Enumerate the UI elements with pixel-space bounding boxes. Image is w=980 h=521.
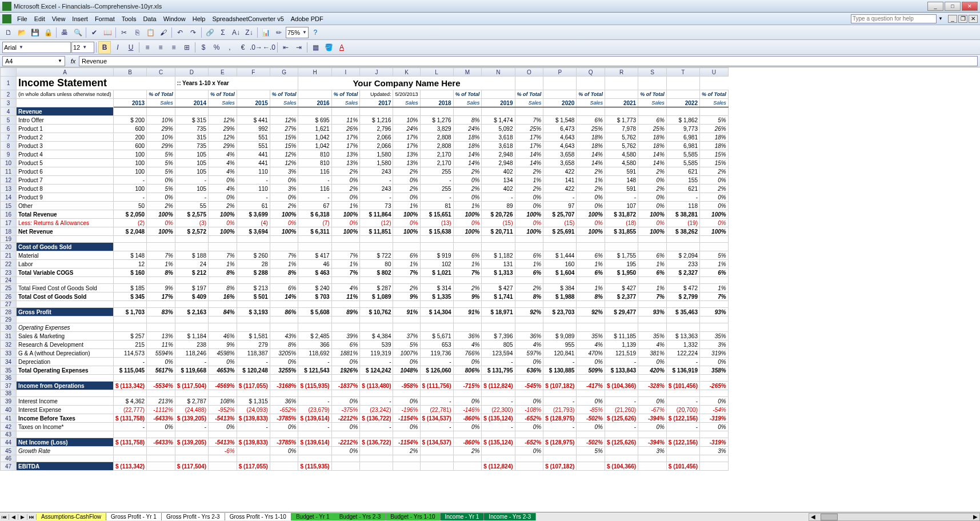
- bold-button[interactable]: B: [98, 41, 111, 54]
- increase-indent-button[interactable]: ⇥: [293, 41, 305, 54]
- workbook-restore-button[interactable]: ❐: [958, 15, 967, 23]
- title-bar: Microsoft Excel - Financials--Comprehens…: [0, 0, 980, 13]
- menu-window[interactable]: Window: [160, 14, 189, 23]
- spelling-button[interactable]: ✔: [88, 26, 101, 39]
- standard-toolbar: 🗋 📂 💾 🔒 🖶 🔍 ✔ 📖 ✂ ⎘ 📋 🖌 ↶ ↷ 🔗 Σ A↓ Z↓ 📊 …: [0, 25, 980, 40]
- menu-edit[interactable]: Edit: [31, 14, 49, 23]
- format-painter-button[interactable]: 🖌: [157, 26, 170, 39]
- autosum-button[interactable]: Σ: [217, 26, 229, 39]
- close-button[interactable]: ✕: [962, 2, 978, 11]
- excel-doc-icon[interactable]: [2, 14, 11, 23]
- euro-button[interactable]: €: [237, 41, 249, 54]
- name-box[interactable]: A4▼: [2, 56, 65, 66]
- borders-button[interactable]: ▦: [309, 41, 322, 54]
- merge-center-button[interactable]: ⊞: [181, 41, 193, 54]
- formula-bar: A4▼ fx Revenue: [0, 55, 980, 67]
- cut-button[interactable]: ✂: [118, 26, 130, 39]
- sort-desc-button[interactable]: Z↓: [243, 26, 255, 39]
- italic-button[interactable]: I: [111, 41, 124, 54]
- percent-button[interactable]: %: [210, 41, 223, 54]
- align-left-button[interactable]: ≡: [141, 41, 154, 54]
- hyperlink-button[interactable]: 🔗: [203, 26, 216, 39]
- workbook-minimize-button[interactable]: _: [948, 15, 957, 23]
- workbook-close-button[interactable]: ✕: [969, 15, 978, 23]
- menu-adobe-pdf[interactable]: Adobe PDF: [287, 14, 327, 23]
- research-button[interactable]: 📖: [101, 26, 114, 39]
- minimize-button[interactable]: _: [927, 2, 943, 11]
- formatting-toolbar: Arial▼ 12▼ B I U ≡ ≡ ≡ ⊞ $ % , € .0→ ←.0…: [0, 40, 980, 55]
- font-name-combo[interactable]: Arial▼: [2, 42, 71, 53]
- decrease-decimal-button[interactable]: ←.0: [263, 41, 275, 54]
- window-buttons: _ □ ✕: [927, 2, 978, 11]
- menu-data[interactable]: Data: [139, 14, 159, 23]
- help-search-dropdown-icon[interactable]: ▼: [937, 16, 945, 21]
- underline-button[interactable]: U: [125, 41, 137, 54]
- sort-asc-button[interactable]: A↓: [230, 26, 242, 39]
- help-button[interactable]: ?: [309, 26, 322, 39]
- align-center-button[interactable]: ≡: [154, 41, 167, 54]
- comma-button[interactable]: ,: [223, 41, 236, 54]
- menu-spreadsheetconverter-v5[interactable]: SpreadsheetConverter v5: [209, 14, 287, 23]
- menu-file[interactable]: File: [14, 14, 31, 23]
- fx-button[interactable]: fx: [67, 58, 79, 65]
- copy-button[interactable]: ⎘: [131, 26, 143, 39]
- drawing-button[interactable]: ✏: [273, 26, 285, 39]
- menu-insert[interactable]: Insert: [69, 14, 91, 23]
- decrease-indent-button[interactable]: ⇤: [279, 41, 292, 54]
- permission-button[interactable]: 🔒: [42, 26, 54, 39]
- increase-decimal-button[interactable]: .0→: [250, 41, 262, 54]
- paste-button[interactable]: 📋: [144, 26, 157, 39]
- zoom-combo[interactable]: 75%▼: [286, 27, 309, 38]
- menu-help[interactable]: Help: [189, 14, 209, 23]
- help-search-input[interactable]: [851, 14, 937, 23]
- save-button[interactable]: 💾: [29, 26, 41, 39]
- font-color-button[interactable]: A: [335, 41, 348, 54]
- formula-input[interactable]: Revenue: [79, 56, 978, 66]
- print-preview-button[interactable]: 🔍: [71, 26, 84, 39]
- window-title: Microsoft Excel - Financials--Comprehens…: [14, 3, 927, 10]
- menu-tools[interactable]: Tools: [118, 14, 140, 23]
- menu-format[interactable]: Format: [91, 14, 118, 23]
- print-button[interactable]: 🖶: [58, 26, 71, 39]
- chart-button[interactable]: 📊: [259, 26, 272, 39]
- menu-bar: FileEditViewInsertFormatToolsDataWindowH…: [0, 13, 980, 25]
- currency-button[interactable]: $: [197, 41, 210, 54]
- maximize-button[interactable]: □: [945, 2, 961, 11]
- new-button[interactable]: 🗋: [2, 26, 15, 39]
- menu-view[interactable]: View: [49, 14, 69, 23]
- fill-color-button[interactable]: 🪣: [322, 41, 335, 54]
- redo-button[interactable]: ↷: [187, 26, 199, 39]
- open-button[interactable]: 📂: [15, 26, 28, 39]
- align-right-button[interactable]: ≡: [167, 41, 180, 54]
- excel-icon: [2, 2, 11, 11]
- font-size-combo[interactable]: 12▼: [71, 42, 94, 53]
- undo-button[interactable]: ↶: [174, 26, 186, 39]
